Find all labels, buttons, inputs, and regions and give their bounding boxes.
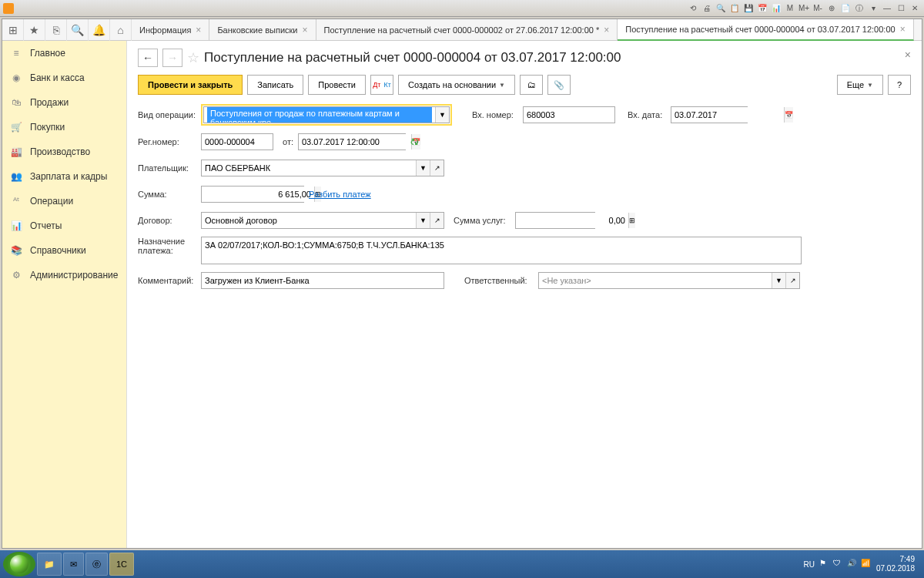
factory-icon: 🏭 (10, 146, 22, 158)
tb-mplus-icon[interactable]: M+ (798, 2, 810, 15)
tb-print-icon[interactable]: 🖨 (701, 2, 713, 15)
in-number-field[interactable] (523, 106, 615, 123)
tab-receipt4[interactable]: Поступление на расчетный счет 0000-00000… (618, 19, 913, 41)
task-ie[interactable]: ⓔ (85, 553, 108, 576)
purpose-field[interactable]: ЗА 02/07/2017;КОЛ-ВО:1;СУММА:6750;В Т.Ч.… (201, 237, 802, 264)
sidebar-item-refs[interactable]: 📚Справочники (2, 238, 126, 263)
split-payment-link[interactable]: Разбить платеж (309, 190, 371, 199)
sidebar-item-bank[interactable]: ◉Банк и касса (2, 66, 126, 90)
tb-search-icon[interactable]: 🔍 (715, 2, 727, 15)
chevron-down-icon[interactable]: ▼ (416, 160, 430, 176)
submit-button[interactable]: Провести (308, 75, 366, 95)
tb-clipboard-icon[interactable]: 📋 (728, 2, 741, 15)
sidebar-item-label: Продажи (30, 97, 69, 108)
sidebar-item-admin[interactable]: ⚙Администрирование (2, 263, 126, 287)
tray-shield-icon[interactable]: 🛡 (833, 559, 844, 570)
tray-clock[interactable]: 7:49 07.02.2018 (876, 555, 915, 573)
comment-field[interactable] (201, 272, 444, 289)
sidebar-item-main[interactable]: ≡Главное (2, 41, 126, 66)
apps-icon[interactable]: ⊞ (2, 19, 24, 41)
search-icon[interactable]: 🔍 (67, 19, 89, 41)
tray-volume-icon[interactable]: 🔊 (847, 559, 858, 570)
menu-icon: ≡ (10, 47, 22, 59)
attach-button[interactable]: 📎 (547, 75, 571, 95)
reg-number-field[interactable] (201, 133, 273, 150)
in-date-field[interactable] (671, 107, 784, 123)
tb-plus-icon[interactable]: ⊕ (825, 2, 838, 15)
contract-field[interactable] (202, 213, 416, 228)
sidebar-item-label: Покупки (30, 122, 65, 133)
tb-calendar-icon[interactable]: 📅 (756, 2, 768, 15)
close-page-icon[interactable]: × (905, 49, 911, 61)
tab-info[interactable]: Информация× (132, 19, 209, 41)
start-button[interactable] (3, 552, 35, 576)
books-icon: 📚 (10, 244, 22, 257)
sidebar-item-purchases[interactable]: 🛒Покупки (2, 115, 126, 139)
close-icon[interactable]: ✕ (909, 2, 921, 15)
tb-m-icon[interactable]: M (784, 2, 796, 15)
refresh-icon[interactable]: 🗘 (410, 137, 423, 146)
dtkt-button[interactable]: ДтКт (370, 75, 393, 95)
main-content: × ← → ☆ Поступление на расчетный счет 00… (127, 41, 922, 548)
calendar-icon[interactable]: 📅 (784, 107, 793, 123)
calculator-icon[interactable]: ⊞ (628, 213, 635, 228)
chevron-down-icon[interactable]: ▼ (435, 107, 449, 123)
tb-chart-icon[interactable]: 📊 (770, 2, 782, 15)
sidebar-item-reports[interactable]: 📊Отчеты (2, 213, 126, 238)
structure-button[interactable]: 🗂 (520, 75, 543, 95)
minimize-icon[interactable]: — (881, 2, 893, 15)
tb-mminus-icon[interactable]: M- (812, 2, 824, 15)
tb-refresh-icon[interactable]: ⟲ (687, 2, 699, 15)
save-button[interactable]: Записать (247, 75, 303, 95)
lang-indicator[interactable]: RU (803, 560, 814, 569)
home-icon[interactable]: ⌂ (110, 19, 132, 41)
service-amount-label: Сумма услуг: (454, 216, 511, 225)
btn-label: Еще (847, 80, 864, 89)
task-1c[interactable]: 1C (109, 553, 134, 576)
tray-flag-icon[interactable]: ⚑ (819, 559, 830, 570)
open-icon[interactable]: ↗ (785, 273, 799, 288)
tray-network-icon[interactable]: 📶 (861, 559, 872, 570)
sidebar-item-ops[interactable]: ᴬᵗОперации (2, 189, 126, 213)
responsible-field[interactable] (539, 273, 772, 288)
tb-drop-icon[interactable]: ▾ (867, 2, 879, 15)
copy-icon[interactable]: ⎘ (45, 19, 67, 41)
favorite-star-icon[interactable]: ☆ (187, 49, 199, 66)
op-type-field[interactable]: Поступления от продаж по платежным карта… (204, 107, 435, 123)
page-title: Поступление на расчетный счет 0000-00000… (204, 50, 621, 66)
window-titlebar: ⟲ 🖨 🔍 📋 💾 📅 📊 M M+ M- ⊕ 📄 ⓘ ▾ — ☐ ✕ (0, 0, 924, 17)
sidebar-item-sales[interactable]: 🛍Продажи (2, 90, 126, 115)
tab-close-icon[interactable]: × (303, 25, 308, 35)
help-button[interactable]: ? (888, 75, 911, 95)
sidebar-item-label: Зарплата и кадры (30, 171, 107, 182)
nav-back-button[interactable]: ← (138, 49, 158, 67)
maximize-icon[interactable]: ☐ (895, 2, 907, 15)
bell-icon[interactable]: 🔔 (89, 19, 110, 41)
chevron-down-icon[interactable]: ▼ (416, 213, 430, 228)
sidebar-item-hr[interactable]: 👥Зарплата и кадры (2, 164, 126, 189)
star-icon[interactable]: ★ (24, 19, 45, 41)
sidebar-item-production[interactable]: 🏭Производство (2, 139, 126, 164)
chevron-down-icon[interactable]: ▼ (772, 273, 785, 288)
create-based-button[interactable]: Создать на основании▼ (398, 75, 515, 95)
app-icon (3, 3, 14, 14)
task-explorer[interactable]: 📁 (37, 553, 62, 576)
from-date-field[interactable] (299, 134, 411, 150)
amount-field[interactable] (202, 187, 314, 202)
open-icon[interactable]: ↗ (430, 160, 444, 176)
more-button[interactable]: Еще▼ (837, 75, 883, 95)
open-icon[interactable]: ↗ (430, 213, 444, 228)
tab-close-icon[interactable]: × (196, 25, 201, 35)
payer-field[interactable] (202, 160, 416, 176)
tab-receipt2[interactable]: Поступление на расчетный счет 0000-00000… (316, 19, 618, 41)
tab-close-icon[interactable]: × (604, 25, 609, 35)
nav-forward-button[interactable]: → (162, 49, 182, 67)
service-amount-field[interactable] (516, 213, 628, 228)
tab-close-icon[interactable]: × (900, 24, 906, 35)
tb-doc-icon[interactable]: 📄 (839, 2, 852, 15)
tb-info-icon[interactable]: ⓘ (853, 2, 865, 15)
task-thunderbird[interactable]: ✉ (63, 553, 84, 576)
tb-save-icon[interactable]: 💾 (742, 2, 755, 15)
submit-close-button[interactable]: Провести и закрыть (138, 75, 243, 95)
tab-bank[interactable]: Банковские выписки× (209, 19, 316, 41)
